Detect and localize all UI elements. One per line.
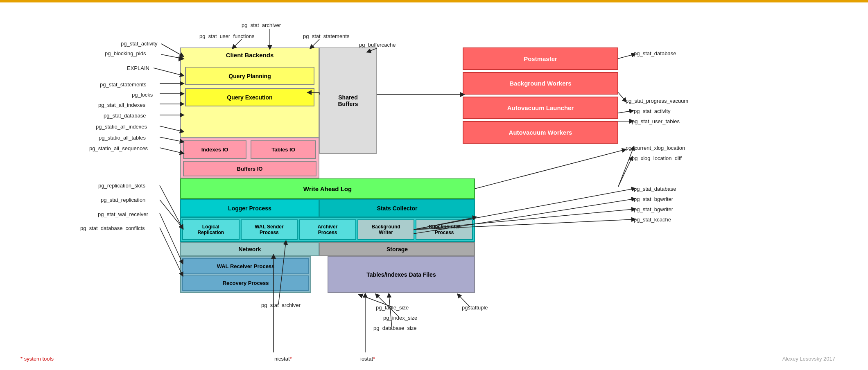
label-pg-locks: pg_locks <box>132 92 153 98</box>
shared-buffers-label: SharedBuffers <box>338 94 358 107</box>
svg-line-14 <box>160 148 182 153</box>
stats-collector-box: Stats Collector <box>319 199 475 217</box>
footer-note-text: system tools <box>24 356 54 362</box>
query-planning-box: Query Planning <box>185 67 314 85</box>
footer-credit: Alexey Lesovsky 2017 <box>782 356 835 362</box>
label-explain: EXPLAIN <box>127 65 149 71</box>
query-execution-box: Query Execution <box>185 88 314 106</box>
label-pg-stat-database-right: pg_stat_database <box>634 50 676 56</box>
svg-line-15 <box>160 185 182 228</box>
label-pg-stat-progress-vacuum: pg_stat_progress_vacuum <box>626 98 688 104</box>
label-pg-xlog-location-diff: pg_xlog_location_diff <box>632 155 682 161</box>
label-pg-stat-user-functions: pg_stat_user_functions <box>199 33 254 39</box>
label-pg-statio-all-indexes: pg_statio_all_indexes <box>96 124 147 130</box>
label-pg-replication-slots: pg_replication_slots <box>98 183 145 189</box>
label-pg-statio-all-tables: pg_statio_all_tables <box>99 135 146 141</box>
shared-buffers-box: SharedBuffers <box>319 47 377 154</box>
network-box: Network <box>180 242 319 256</box>
svg-line-32 <box>389 295 392 327</box>
svg-line-21 <box>618 111 632 113</box>
svg-line-13 <box>160 137 182 142</box>
label-pg-stat-archiver: pg_stat_archiver <box>261 302 301 308</box>
svg-line-24 <box>618 158 632 187</box>
wal-area: Write Ahead Log <box>180 178 475 199</box>
logger-stats-row: Logger Process Stats Collector <box>180 199 475 217</box>
label-pg-stat-statements-left: pg_stat_statements <box>100 81 146 88</box>
autovacuum-launcher-box: Autovacuum Launcher <box>463 97 618 119</box>
label-pg-stat-bgwriter: pg_stat_bgwriter <box>634 196 673 202</box>
svg-line-2 <box>311 39 319 47</box>
svg-line-23 <box>618 148 633 187</box>
wal-label: Write Ahead Log <box>303 185 352 192</box>
label-pg-stat-replication: pg_stat_replication <box>101 197 145 203</box>
label-pg-stat-user-tables: pg_stat_user_tables <box>632 118 680 124</box>
archiver-process-box: ArchiverProcess <box>299 219 356 240</box>
label-pg-stat-database-left: pg_stat_database <box>104 113 146 119</box>
svg-line-1 <box>233 39 242 47</box>
wal-recovery-row: WAL Receiver Process Recovery Process <box>180 256 311 293</box>
background-writer-box: BackgroundWriter <box>357 219 415 240</box>
label-pg-blocking-pids: pg_blocking_pids <box>105 50 146 56</box>
autovacuum-workers-box: Autovacuum Workers <box>463 121 618 144</box>
label-pg-stat-all-indexes: pg_stat_all_indexes <box>98 102 145 108</box>
label-pg-stat-activity-right: pg_stat_activity <box>634 108 671 114</box>
label-pg-stat-statements-top: pg_stat_statements <box>303 33 349 39</box>
svg-line-19 <box>618 54 634 59</box>
postmaster-box: Postmaster <box>463 47 618 70</box>
logger-process-box: Logger Process <box>180 199 319 217</box>
label-pg-stat-bgwriter2: pg_stat_bgwriter <box>634 206 673 212</box>
svg-line-6 <box>161 54 182 59</box>
wal-sender-process-box: WAL SenderProcess <box>241 219 298 240</box>
svg-line-26 <box>475 150 624 189</box>
diagram-container: pg_stat_archiver pg_stat_user_functions … <box>0 11 868 370</box>
tables-indexes-data-files-box: Tables/Indexes Data Files <box>328 256 475 293</box>
wal-receiver-process-box: WAL Receiver Process <box>182 258 309 274</box>
footer-note: * system tools <box>20 356 54 362</box>
label-pg-statio-all-sequences: pg_statio_all_sequences <box>89 145 148 151</box>
logical-replication-box: LogicalReplication <box>182 219 240 240</box>
svg-line-16 <box>160 200 182 228</box>
label-pgstattuple: pgstattuple <box>462 305 488 311</box>
storage-box: Storage <box>319 242 475 256</box>
io-area: Indexes IO Tables IO Buffers IO <box>180 138 319 178</box>
svg-line-7 <box>154 68 182 75</box>
svg-line-12 <box>160 126 182 131</box>
label-pg-stat-kcache: pg_stat_kcache <box>634 217 671 223</box>
label-pg-database-size: pg_database_size <box>373 325 417 331</box>
label-pg-buffercache: pg_buffercache <box>359 42 396 48</box>
label-pg-index-size: pg_index_size <box>383 315 417 321</box>
svg-line-5 <box>161 44 182 56</box>
label-pg-stat-all-tables-top: pg_stat_archiver <box>242 22 281 28</box>
label-pg-stat-wal-receiver: pg_stat_wal_receiver <box>98 211 148 217</box>
iostat-label: iostat* <box>360 356 375 362</box>
nicstat-label: nicstat* <box>274 356 292 362</box>
star-icon: * <box>20 356 23 362</box>
client-backends-label: Client Backends <box>181 52 319 59</box>
recovery-process-box: Recovery Process <box>182 275 309 291</box>
buffers-io-box: Buffers IO <box>183 161 316 176</box>
tables-io-box: Tables IO <box>251 140 316 159</box>
label-pg-stat-database-conflicts: pg_stat_database_conflicts <box>80 225 145 231</box>
svg-line-18 <box>160 228 182 275</box>
client-backends-area: Client Backends Query Planning Query Exe… <box>180 47 319 138</box>
label-pg-current-xlog-location: pg_current_xlog_location <box>626 145 685 151</box>
svg-line-20 <box>618 92 625 101</box>
label-pg-table-size: pg_table_size <box>376 305 409 311</box>
checkpointer-process-box: CheckpointerProcess <box>416 219 473 240</box>
process-row: LogicalReplication WAL SenderProcess Arc… <box>180 217 475 242</box>
indexes-io-box: Indexes IO <box>183 140 246 159</box>
network-storage-row: Network Storage <box>180 242 475 256</box>
label-pg-stat-activity: pg_stat_activity <box>121 41 158 47</box>
background-workers-box: Background Workers <box>463 72 618 95</box>
svg-line-17 <box>160 213 182 262</box>
label-pg-stat-database-right2: pg_stat_database <box>634 186 676 192</box>
